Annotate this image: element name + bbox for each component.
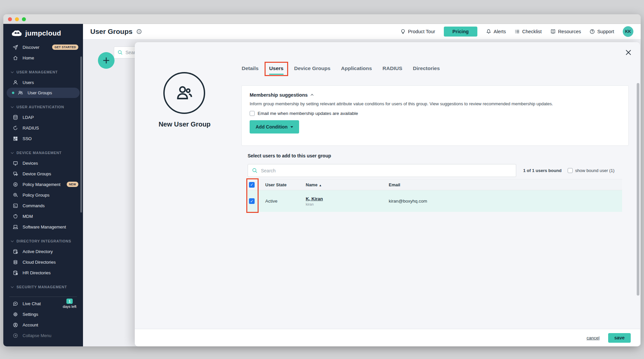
cancel-button[interactable]: cancel: [587, 335, 600, 340]
sidebar-item-label: Cloud Directories: [23, 260, 56, 265]
sidebar-item-collapse-menu[interactable]: Collapse Menu: [3, 330, 83, 341]
column-name[interactable]: Name▲: [306, 182, 389, 187]
sidebar-item-active-directory[interactable]: Active Directory: [3, 246, 83, 257]
sidebar-item-software-management[interactable]: Software Management: [3, 222, 83, 232]
section-label: USER AUTHENTICATION: [17, 105, 64, 109]
column-email[interactable]: Email: [389, 182, 622, 187]
section-label: USER MANAGEMENT: [17, 70, 58, 74]
show-bound-user-checkbox[interactable]: [568, 168, 573, 173]
app-window: jumpcloud DiscoverGET STARTEDHomeUSER MA…: [3, 14, 641, 346]
sidebar-item-home[interactable]: Home: [3, 52, 83, 63]
home-icon: [13, 55, 18, 61]
drawer-tabs: DetailsUsersDevice GroupsApplicationsRAD…: [242, 65, 440, 75]
badge-new: NEW: [67, 182, 78, 187]
minimize-window-button[interactable]: [15, 17, 19, 21]
table-row[interactable]: ✓ Active K, Kiran kiran kiran@boxyhq.com: [248, 190, 622, 212]
resources-button[interactable]: Resources: [550, 29, 581, 34]
select-all-checkbox[interactable]: ✓: [249, 182, 255, 188]
chevron-down-icon: [11, 151, 14, 153]
checklist-button[interactable]: Checklist: [515, 29, 542, 34]
sidebar-scrollbar[interactable]: [80, 56, 82, 213]
product-tour-button[interactable]: Product Tour: [400, 29, 435, 34]
sidebar-item-label: HR Directories: [23, 270, 51, 275]
logo-text: jumpcloud: [25, 29, 61, 37]
membership-suggestions-toggle[interactable]: Membership suggestions: [250, 92, 620, 98]
commands-icon: [13, 203, 18, 209]
row-username: kiran: [306, 202, 389, 206]
tab-applications[interactable]: Applications: [341, 65, 372, 75]
users-search[interactable]: [248, 164, 516, 177]
support-button[interactable]: Support: [590, 29, 614, 34]
zoom-window-button[interactable]: [22, 17, 26, 21]
device-groups-icon: [13, 171, 18, 177]
membership-description: Inform group membership by setting relev…: [250, 101, 620, 106]
tab-directories[interactable]: Directories: [413, 65, 440, 75]
sidebar-item-hr-directories[interactable]: HR Directories: [3, 267, 83, 278]
sidebar-item-radius[interactable]: RADIUS: [3, 123, 83, 133]
sidebar-item-device-groups[interactable]: Device Groups: [3, 168, 83, 179]
policy-groups-icon: [13, 192, 18, 198]
sidebar-item-label: Discover: [23, 45, 40, 50]
tab-label: Details: [242, 65, 259, 71]
search-icon: [252, 168, 258, 173]
sidebar-item-label: User Groups: [28, 90, 52, 95]
sidebar-item-label: Device Groups: [23, 171, 51, 176]
sidebar-section-directory-integrations[interactable]: DIRECTORY INTEGRATIONS: [3, 236, 83, 246]
sidebar-item-devices[interactable]: Devices: [3, 158, 83, 168]
membership-suggestions-panel: Membership suggestions Inform group memb…: [241, 85, 629, 146]
user-groups-icon: [18, 90, 23, 96]
row-checkbox[interactable]: ✓: [249, 198, 255, 204]
close-icon[interactable]: [625, 49, 631, 55]
add-user-group-button[interactable]: [98, 52, 115, 69]
page-title: User Groups: [90, 28, 132, 36]
tab-label: Device Groups: [294, 65, 330, 71]
sidebar-item-sso[interactable]: SSO: [3, 133, 83, 144]
jumpcloud-logo[interactable]: jumpcloud: [11, 29, 61, 37]
user-avatar[interactable]: KK: [623, 26, 633, 37]
sidebar-item-policy-groups[interactable]: Policy Groups: [3, 190, 83, 200]
info-icon[interactable]: [136, 29, 142, 34]
sidebar-item-settings[interactable]: Settings: [3, 309, 83, 319]
email-updates-checkbox[interactable]: [250, 111, 255, 116]
tab-users[interactable]: Users: [269, 65, 283, 75]
tab-device-groups[interactable]: Device Groups: [294, 65, 330, 75]
sidebar-item-commands[interactable]: Commands: [3, 200, 83, 211]
days-left-badge: 1: [66, 299, 72, 304]
tab-radius[interactable]: RADIUS: [382, 65, 402, 75]
sidebar-item-label: RADIUS: [23, 126, 39, 131]
sidebar-section-user-authentication[interactable]: USER AUTHENTICATION: [3, 102, 83, 112]
sidebar-section-user-management[interactable]: USER MANAGEMENT: [3, 67, 83, 77]
chevron-down-icon: [11, 285, 14, 288]
save-button[interactable]: save: [608, 333, 631, 343]
tab-details[interactable]: Details: [242, 65, 259, 75]
sidebar-item-label: Account: [23, 322, 38, 327]
close-window-button[interactable]: [8, 17, 12, 21]
alerts-button[interactable]: Alerts: [486, 29, 506, 34]
add-condition-button[interactable]: Add Condition: [250, 120, 299, 134]
active-directory-icon: [13, 249, 18, 254]
sidebar-item-ldap[interactable]: LDAP: [3, 112, 83, 123]
sidebar-item-label: Software Management: [23, 224, 66, 229]
sidebar-item-label: Devices: [23, 161, 38, 166]
pricing-button[interactable]: Pricing: [444, 27, 477, 37]
sidebar-item-users[interactable]: Users: [3, 77, 83, 88]
tab-label: RADIUS: [382, 65, 402, 71]
column-user-state[interactable]: User State: [265, 182, 306, 187]
sidebar-item-live-chat[interactable]: Live Chat1days left: [3, 298, 83, 309]
row-user-name-link[interactable]: K, Kiran: [306, 196, 323, 201]
sidebar-divider: [9, 297, 77, 297]
cloud-directories-icon: [13, 259, 18, 265]
sidebar-section-security-management[interactable]: SECURITY MANAGEMENT: [3, 282, 83, 292]
sidebar-item-cloud-directories[interactable]: Cloud Directories: [3, 257, 83, 267]
settings-icon: [13, 312, 18, 317]
sidebar-item-account[interactable]: Account: [3, 319, 83, 330]
users-search-input[interactable]: [261, 168, 516, 173]
sidebar-item-mdm[interactable]: MDM: [3, 211, 83, 222]
drawer-scrollbar[interactable]: [637, 83, 639, 296]
sidebar-item-policy-management[interactable]: Policy ManagementNEW: [3, 179, 83, 190]
sidebar-section-device-management[interactable]: DEVICE MANAGEMENT: [3, 148, 83, 158]
sidebar-item-user-groups[interactable]: User Groups: [7, 88, 80, 98]
discover-icon: [13, 45, 18, 50]
sidebar-item-discover[interactable]: DiscoverGET STARTED: [3, 42, 83, 52]
cloud-logo-icon: [11, 29, 23, 37]
